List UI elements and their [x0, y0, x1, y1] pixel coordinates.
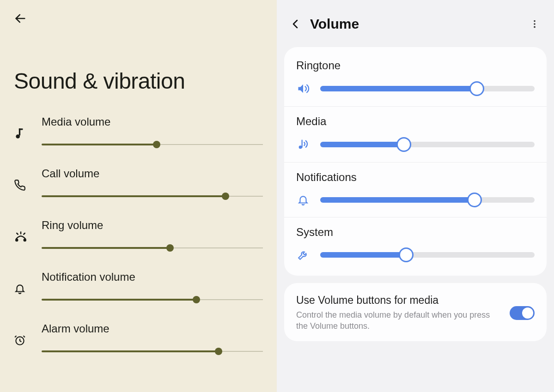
arrow-left-icon [14, 12, 27, 25]
notification-volume-slider[interactable] [42, 296, 263, 303]
alarm-volume-label: Alarm volume [42, 322, 263, 335]
bell-icon [14, 271, 42, 295]
media-volume-row: Media volume [0, 115, 277, 148]
ring-volume-row: Ring volume [0, 219, 277, 251]
toggle-subtitle: Control the media volume by default when… [296, 309, 500, 332]
ring-volume-slider[interactable] [42, 245, 263, 251]
right-header: Volume [277, 0, 554, 44]
alarm-volume-slider[interactable] [42, 348, 263, 355]
left-slider-list: Media volume Call volume Ring [0, 115, 277, 374]
call-volume-label: Call volume [42, 167, 263, 180]
call-volume-slider[interactable] [42, 193, 263, 199]
call-volume-row: Call volume [0, 167, 277, 199]
svg-point-11 [534, 23, 536, 25]
system-slider[interactable] [320, 249, 535, 260]
ringtone-row: Ringtone [284, 51, 547, 106]
ringtone-slider[interactable] [320, 83, 535, 94]
music-note-icon [14, 115, 42, 139]
media-label: Media [296, 115, 535, 128]
more-button[interactable] [525, 15, 544, 33]
page-title: Volume [310, 16, 525, 32]
volume-card: Ringtone Media Notific [284, 47, 547, 276]
svg-marker-13 [298, 84, 304, 93]
notification-volume-label: Notification volume [42, 271, 263, 283]
phone-icon [14, 167, 42, 191]
media-slider[interactable] [320, 139, 535, 150]
svg-line-6 [24, 233, 25, 235]
media-volume-slider[interactable] [42, 141, 263, 148]
svg-rect-3 [19, 128, 23, 130]
notifications-label: Notifications [296, 171, 535, 184]
toggle-title: Use Volume buttons for media [296, 294, 500, 307]
volume-buttons-media-switch[interactable] [510, 306, 535, 320]
media-volume-label: Media volume [42, 115, 263, 128]
svg-line-5 [17, 233, 18, 235]
phone-ring-icon [14, 219, 42, 245]
svg-point-8 [24, 239, 26, 241]
media-row: Media [284, 106, 547, 162]
system-label: System [296, 226, 535, 239]
system-row: System [284, 217, 547, 272]
speaker-icon [296, 82, 310, 95]
back-button[interactable] [11, 9, 30, 28]
svg-point-10 [534, 20, 536, 22]
notifications-row: Notifications [284, 162, 547, 217]
wrench-icon [296, 249, 310, 261]
music-waves-icon [296, 138, 310, 151]
notifications-slider[interactable] [320, 194, 535, 205]
svg-point-12 [534, 26, 536, 28]
ring-volume-label: Ring volume [42, 219, 263, 232]
page-title: Sound & vibration [14, 68, 185, 94]
bell-outline-icon [296, 194, 310, 206]
volume-buttons-media-row[interactable]: Use Volume buttons for media Control the… [284, 283, 547, 341]
oneui-volume-panel: Volume Ringtone Media [277, 0, 554, 392]
svg-point-7 [16, 239, 18, 241]
back-button[interactable] [287, 15, 304, 33]
ringtone-label: Ringtone [296, 59, 535, 72]
pixel-sound-panel: Sound & vibration Media volume Call volu… [0, 0, 277, 392]
more-vert-icon [530, 19, 540, 29]
notification-volume-row: Notification volume [0, 271, 277, 303]
alarm-volume-row: Alarm volume [0, 322, 277, 355]
chevron-left-icon [290, 18, 301, 30]
alarm-icon [14, 322, 42, 346]
